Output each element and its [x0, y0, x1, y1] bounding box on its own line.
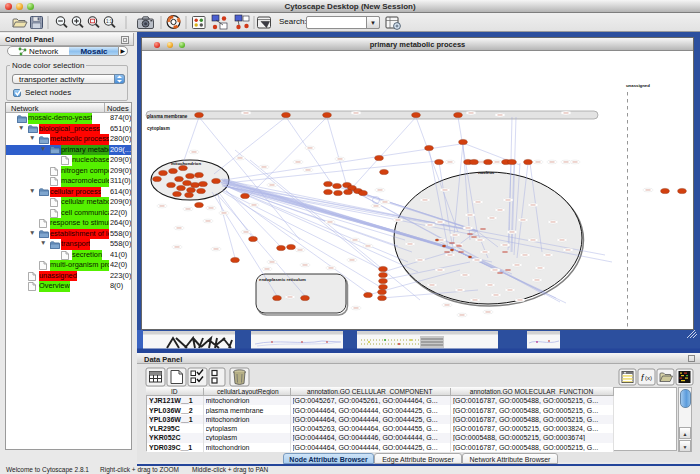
svg-text:unassigned: unassigned — [626, 83, 650, 88]
svg-text:1:1: 1:1 — [106, 19, 113, 24]
svg-text:cytoplasm: cytoplasm — [147, 126, 170, 131]
svg-text:endoplasmic reticulum: endoplasmic reticulum — [259, 277, 306, 282]
svg-text:(x): (x) — [645, 375, 652, 381]
svg-text:mitochondrion: mitochondrion — [171, 161, 201, 166]
svg-text:plasma membrane: plasma membrane — [147, 114, 188, 119]
svg-text:Search:: Search: — [279, 17, 307, 26]
svg-text:nucleus: nucleus — [478, 170, 495, 175]
